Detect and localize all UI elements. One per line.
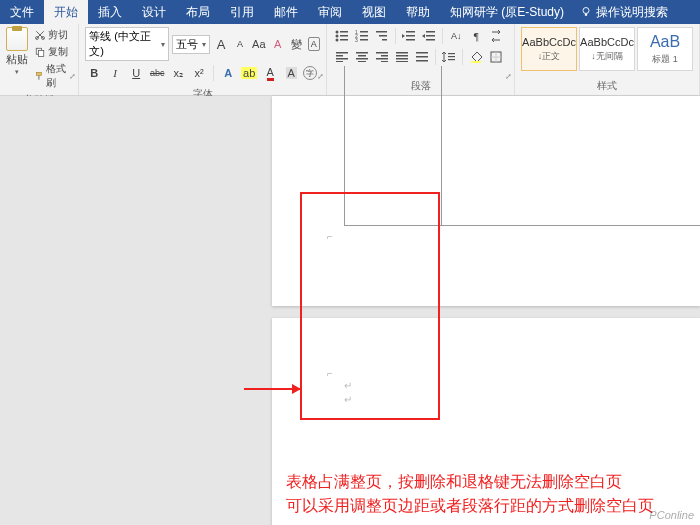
enclose-char-button[interactable]: 字 <box>303 66 317 80</box>
clipboard-icon <box>6 27 28 51</box>
paragraph-mark: ↵ <box>344 380 352 391</box>
numbering-button[interactable]: 123 <box>353 27 371 45</box>
superscript-button[interactable]: x² <box>190 64 208 82</box>
bold-button[interactable]: B <box>85 64 103 82</box>
svg-rect-44 <box>396 61 408 62</box>
svg-rect-33 <box>356 52 368 54</box>
spacing-icon <box>442 51 456 63</box>
align-left-button[interactable] <box>333 48 351 66</box>
svg-rect-6 <box>36 72 41 75</box>
font-color-button[interactable]: A <box>261 64 279 82</box>
svg-rect-11 <box>340 35 348 37</box>
svg-rect-26 <box>426 31 435 33</box>
tab-mailings[interactable]: 邮件 <box>264 0 308 24</box>
svg-rect-48 <box>448 53 455 54</box>
tab-view[interactable]: 视图 <box>352 0 396 24</box>
brush-icon <box>34 70 44 82</box>
tab-design[interactable]: 设计 <box>132 0 176 24</box>
svg-rect-32 <box>336 61 343 62</box>
svg-rect-42 <box>396 55 408 57</box>
borders-icon <box>490 51 502 63</box>
svg-rect-23 <box>406 31 415 33</box>
numbering-icon: 123 <box>355 30 369 42</box>
paste-label: 粘贴 <box>6 52 28 67</box>
svg-rect-27 <box>426 35 435 37</box>
font-launcher[interactable]: ⤢ <box>317 72 324 81</box>
font-size-combo[interactable]: 五号▾ <box>172 35 210 54</box>
direction-icon <box>490 30 502 42</box>
multilevel-button[interactable] <box>373 27 391 45</box>
align-center-button[interactable] <box>353 48 371 66</box>
indent-decrease-button[interactable] <box>400 27 418 45</box>
svg-point-10 <box>336 35 339 38</box>
svg-rect-41 <box>396 52 408 54</box>
style-nospacing[interactable]: AaBbCcDc ↓无间隔 <box>579 27 635 71</box>
annotation-arrow <box>244 388 300 390</box>
tab-insert[interactable]: 插入 <box>88 0 132 24</box>
table[interactable] <box>344 66 700 226</box>
show-marks-button[interactable]: ¶ <box>467 27 485 45</box>
indent-increase-button[interactable] <box>420 27 438 45</box>
tab-references[interactable]: 引用 <box>220 0 264 24</box>
line-spacing-button[interactable] <box>440 48 458 66</box>
bullets-button[interactable] <box>333 27 351 45</box>
svg-rect-22 <box>382 39 387 41</box>
clear-format-button[interactable]: A <box>270 35 286 53</box>
annotation-text: 表格占满整页，按删除和退格键无法删除空白页 可以采用调整页边距或者段落行距的方式… <box>286 470 654 518</box>
text-effects-button[interactable]: A <box>219 64 237 82</box>
italic-button[interactable]: I <box>106 64 124 82</box>
svg-rect-46 <box>416 56 428 58</box>
document-area[interactable]: ⌐ ⌐ ↵ ↵ 表格占满整页，按删除和退格键无法删除空白页 可以采用调整页边距或… <box>0 96 700 525</box>
tab-help[interactable]: 帮助 <box>396 0 440 24</box>
svg-rect-50 <box>448 59 455 60</box>
watermark: PConline <box>649 509 694 521</box>
paste-button[interactable]: 粘贴 ▾ <box>6 27 28 76</box>
change-case-button[interactable]: Aa <box>251 35 267 53</box>
tab-file[interactable]: 文件 <box>0 0 44 24</box>
tab-home[interactable]: 开始 <box>44 0 88 24</box>
cut-button[interactable]: 剪切 <box>32 27 72 43</box>
copy-button[interactable]: 复制 <box>32 44 72 60</box>
align-right-button[interactable] <box>373 48 391 66</box>
tell-me[interactable]: 操作说明搜索 <box>580 4 668 21</box>
svg-rect-19 <box>360 39 368 41</box>
align-justify-button[interactable] <box>393 48 411 66</box>
svg-point-0 <box>583 8 589 14</box>
subscript-button[interactable]: x₂ <box>169 64 187 82</box>
svg-rect-51 <box>471 61 481 63</box>
multilevel-icon <box>375 30 389 42</box>
page-1[interactable]: ⌐ <box>272 96 700 306</box>
format-painter-button[interactable]: 格式刷 <box>32 61 72 91</box>
align-dist-icon <box>416 52 428 62</box>
svg-rect-7 <box>38 75 39 79</box>
align-right-icon <box>376 52 388 62</box>
svg-rect-5 <box>39 51 44 57</box>
phonetic-button[interactable]: 變 <box>289 35 305 53</box>
title-bar: 文件 开始 插入 设计 布局 引用 邮件 审阅 视图 帮助 知网研学 (原E-S… <box>0 0 700 24</box>
text-direction-button[interactable] <box>487 27 505 45</box>
clipboard-launcher[interactable]: ⤢ <box>69 72 76 81</box>
shading-button[interactable] <box>467 48 485 66</box>
grow-font-button[interactable]: A <box>213 35 229 53</box>
sort-button[interactable]: A↓ <box>447 27 465 45</box>
shrink-font-button[interactable]: A <box>232 35 248 53</box>
char-border-button[interactable]: A <box>308 37 321 51</box>
style-normal[interactable]: AaBbCcDc ↓正文 <box>521 27 577 71</box>
char-shading-button[interactable]: A <box>282 64 300 82</box>
strike-button[interactable]: abc <box>148 64 166 82</box>
svg-rect-38 <box>381 55 388 57</box>
highlight-button[interactable]: ab <box>240 64 258 82</box>
tab-review[interactable]: 审阅 <box>308 0 352 24</box>
tab-estudy[interactable]: 知网研学 (原E-Study) <box>440 0 574 24</box>
copy-icon <box>34 46 46 58</box>
align-center-icon <box>356 52 368 62</box>
font-family-combo[interactable]: 等线 (中文正文)▾ <box>85 27 169 61</box>
align-distribute-button[interactable] <box>413 48 431 66</box>
bucket-icon <box>469 51 483 63</box>
tab-layout[interactable]: 布局 <box>176 0 220 24</box>
borders-button[interactable] <box>487 48 505 66</box>
svg-rect-37 <box>376 52 388 54</box>
underline-button[interactable]: U <box>127 64 145 82</box>
style-heading1[interactable]: AaB 标题 1 <box>637 27 693 71</box>
svg-point-8 <box>336 31 339 34</box>
